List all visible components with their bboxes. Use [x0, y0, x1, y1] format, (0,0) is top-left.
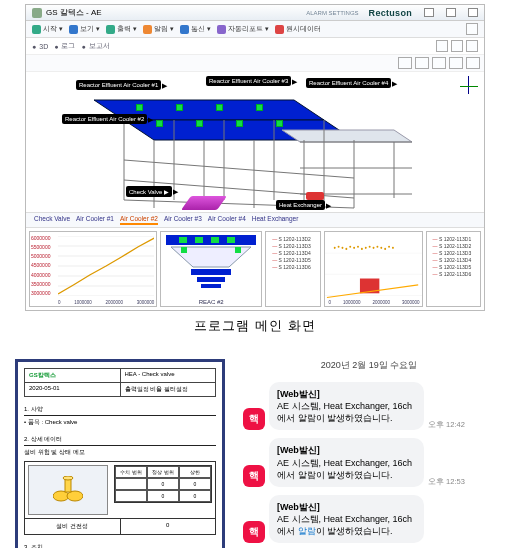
- svg-rect-37: [201, 284, 221, 288]
- window-max-button[interactable]: [446, 8, 456, 17]
- trend-chart[interactable]: 6000000 5500000 5000000 4500000 4000000 …: [29, 231, 157, 307]
- svg-rect-28: [179, 237, 187, 243]
- sms-bubble[interactable]: [Web발신] AE 시스템, Heat Exchanger, 16ch 에서 …: [269, 495, 424, 543]
- view-tool-1[interactable]: [436, 40, 448, 52]
- svg-rect-36: [197, 277, 225, 282]
- svg-point-53: [380, 247, 382, 249]
- report-date: 2020-05-01: [25, 383, 121, 396]
- alarm-settings-link[interactable]: ALARM SETTINGS: [306, 10, 358, 16]
- report-sec-note: 3. 조치: [24, 543, 216, 548]
- axis-triad-icon: [458, 76, 478, 96]
- toolbar-autoreport[interactable]: 자동리포트 ▾: [217, 24, 269, 34]
- toolbar-alert[interactable]: 알림 ▾: [143, 24, 174, 34]
- toolbar-util-1[interactable]: [466, 23, 478, 35]
- titlebar: GS 칼텍스 - AE ALARM SETTINGS Rectuson: [26, 5, 484, 21]
- sms-message: 핵 [Web발신] AE 시스템, Heat Exchanger, 16ch 에…: [243, 495, 424, 543]
- tooltip-cooler-1: Reactor Effluent Air Cooler #1: [76, 80, 161, 90]
- legend-item: S 1202-113D6: [272, 264, 313, 271]
- tab-log[interactable]: ● 로그: [54, 40, 75, 52]
- sms-time: 오후 12:42: [428, 420, 465, 430]
- report-detail-sub: 설비 위험 및 상태 메모: [24, 448, 216, 457]
- toolbar-comm[interactable]: 통신 ▾: [180, 24, 211, 34]
- svg-point-41: [333, 247, 335, 249]
- vp-tool-5[interactable]: [466, 57, 480, 69]
- tooltip-check-valve: Check Valve ▶: [126, 186, 172, 197]
- legend-2: S 1202-113D1 S 1202-113D2 S 1202-113D3 S…: [426, 231, 481, 307]
- toolbar-rawdata[interactable]: 원시데이터: [275, 24, 321, 34]
- report-data-table: 수치 범위정상 범위상한 00 00: [114, 465, 212, 503]
- sensor-marker[interactable]: [156, 120, 163, 127]
- main-toolbar: 시작 ▾ 보기 ▾ 출력 ▾ 알림 ▾ 통신 ▾ 자동리포트 ▾ 원시데이터: [26, 21, 484, 38]
- legend-item: S 1202-113D2: [433, 243, 474, 250]
- view-tool-3[interactable]: [466, 40, 478, 52]
- vp-tool-1[interactable]: [398, 57, 412, 69]
- legend-item: S 1202-113D2: [272, 236, 313, 243]
- comm-icon: [180, 25, 189, 34]
- toolbar-view[interactable]: 보기 ▾: [69, 24, 100, 34]
- view-tool-2[interactable]: [451, 40, 463, 52]
- svg-point-49: [364, 247, 366, 249]
- ptab-heatex[interactable]: Heat Exchanger: [252, 215, 299, 225]
- legend-item: S 1202-113D6: [433, 271, 474, 278]
- sensor-marker[interactable]: [196, 120, 203, 127]
- sms-avatar-icon: 핵: [243, 465, 265, 487]
- window-close-button[interactable]: [468, 8, 478, 17]
- svg-rect-34: [235, 247, 241, 253]
- trend-chart-xticks: 0 1000000 2000000 3000000: [58, 300, 154, 305]
- window-min-button[interactable]: [424, 8, 434, 17]
- vp-tool-3[interactable]: [432, 57, 446, 69]
- app-window: GS 칼텍스 - AE ALARM SETTINGS Rectuson 시작 ▾…: [25, 4, 485, 311]
- sms-time: 오후 12:53: [428, 477, 465, 487]
- sensor-marker[interactable]: [276, 120, 283, 127]
- ptab-ac3[interactable]: Air Cooler #3: [164, 215, 202, 225]
- svg-point-44: [345, 248, 347, 250]
- legend-item: S 1202-113D1: [433, 236, 474, 243]
- svg-point-45: [349, 246, 351, 248]
- tab-3d[interactable]: ● 3D: [32, 40, 48, 52]
- ptab-ac2[interactable]: Air Cooler #2: [120, 215, 158, 225]
- svg-point-55: [388, 246, 390, 248]
- sensor-marker[interactable]: [256, 104, 263, 111]
- view-tabs: ● 3D ● 로그 ● 보고서: [26, 38, 484, 55]
- sms-thread: 2020년 2월 19일 수요일 핵 [Web발신] AE 시스템, Heat …: [239, 359, 495, 543]
- sensor-marker[interactable]: [136, 104, 143, 111]
- report-logo: GS칼텍스: [25, 369, 121, 382]
- sms-bubble[interactable]: [Web발신] AE 시스템, Heat Exchanger, 16ch 에서 …: [269, 382, 424, 430]
- legend-item: S 1202-113D3: [433, 250, 474, 257]
- ptab-ac1[interactable]: Air Cooler #1: [76, 215, 114, 225]
- caption-main: 프로그램 메인 화면: [194, 317, 315, 335]
- sensor-marker[interactable]: [216, 104, 223, 111]
- ptab-checkvalve[interactable]: Check Valve: [34, 215, 70, 225]
- app-icon: [32, 8, 42, 18]
- burst-chart[interactable]: 01000000 20000003000000: [324, 231, 423, 307]
- svg-rect-35: [191, 269, 231, 275]
- toolbar-start[interactable]: 시작 ▾: [32, 24, 63, 34]
- report-sec-spec: 1. 사양: [24, 405, 216, 416]
- sensor-marker[interactable]: [176, 104, 183, 111]
- 3d-viewport[interactable]: Reactor Effluent Air Cooler #1 Reactor E…: [26, 72, 484, 212]
- equipment-diagram[interactable]: REAC #2: [160, 231, 262, 307]
- toolbar-output[interactable]: 출력 ▾: [106, 24, 137, 34]
- svg-point-46: [353, 247, 355, 249]
- report-id: HEA - Check valve: [121, 369, 216, 382]
- vp-tool-2[interactable]: [415, 57, 429, 69]
- panels-row: 6000000 5500000 5000000 4500000 4000000 …: [26, 227, 484, 310]
- svg-rect-33: [181, 247, 187, 253]
- tooltip-cooler-4: Reactor Effluent Air Cooler #4: [306, 78, 391, 88]
- svg-rect-31: [227, 237, 235, 243]
- tooltip-heat-exchanger: Heat Exchanger: [276, 200, 325, 210]
- heat-exchanger-equipment[interactable]: [306, 192, 324, 200]
- tab-report[interactable]: ● 보고서: [81, 40, 109, 52]
- sms-body: AE 시스템, Heat Exchanger, 16ch 에서 알람이 발생하였…: [277, 458, 412, 480]
- facility-model[interactable]: [64, 90, 424, 210]
- report-valve-illustration: [28, 465, 108, 515]
- report-filter: 출력일정 비율 필터설정: [121, 383, 216, 396]
- sensor-marker[interactable]: [236, 120, 243, 127]
- svg-point-47: [357, 246, 359, 248]
- sms-date: 2020년 2월 19일 수요일: [321, 359, 418, 372]
- vp-tool-4[interactable]: [449, 57, 463, 69]
- sms-body: AE 시스템, Heat Exchanger, 16ch 에서 알람이 발생하였…: [277, 401, 412, 423]
- brand-logo: Rectuson: [369, 8, 412, 18]
- sms-bubble[interactable]: [Web발신] AE 시스템, Heat Exchanger, 16ch 에서 …: [269, 438, 424, 486]
- ptab-ac4[interactable]: Air Cooler #4: [208, 215, 246, 225]
